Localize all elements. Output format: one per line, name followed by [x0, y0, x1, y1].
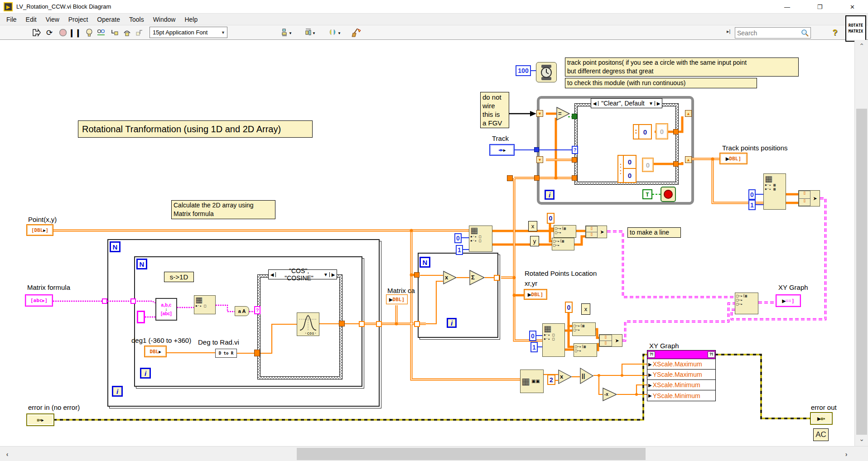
negate-node[interactable]: -x	[603, 388, 617, 401]
array-constant-2elem[interactable]: ▲▼▲▼ 0 0	[617, 155, 637, 183]
search-input[interactable]	[737, 29, 796, 37]
outer-loop-iteration-terminal[interactable]: i	[112, 386, 123, 397]
shift-register-left-icon[interactable]: ▼	[536, 110, 543, 117]
deg1-control[interactable]: DBL▸	[144, 346, 167, 357]
reorder-dropdown[interactable]: ▼	[324, 27, 346, 38]
comment-main-title[interactable]: Rotational Tranformation (using 1D and 2…	[78, 120, 313, 138]
trig-case-selector[interactable]: ◀ "COS", "COSINE" ▼ ▶	[268, 269, 337, 279]
property-row-xscale-min[interactable]: ▶XScale.Minimum	[647, 380, 715, 390]
vi-icon-rotate-matrix[interactable]: ROTATE MATRIX	[845, 15, 866, 42]
bundle-node[interactable]: [][] ➤	[798, 190, 820, 206]
menu-window[interactable]: Window	[149, 16, 180, 23]
comment-make-line[interactable]: to make a line	[627, 227, 681, 238]
error-in-terminal[interactable]: ▦▪▸	[26, 413, 54, 426]
bundle-node[interactable]: [][] ➤	[585, 226, 607, 238]
array-element-constant[interactable]: 0	[642, 158, 654, 172]
vertical-scroll-thumb[interactable]	[856, 109, 867, 435]
align-objects-dropdown[interactable]: ▼	[277, 27, 297, 38]
index-0-constant[interactable]: 0	[529, 331, 536, 341]
matrix-ca-indicator[interactable]: ▶DBL]	[386, 294, 408, 304]
build-array-node[interactable]: □⋯▸(▦□⋯▸	[572, 322, 596, 336]
matrix-loop-iteration-terminal[interactable]: i	[447, 318, 457, 328]
scroll-left-icon[interactable]: ‹	[3, 450, 12, 458]
rotated-points-indicator[interactable]: ▶DBL]	[524, 289, 547, 300]
zero-constant[interactable]: 0	[547, 213, 555, 224]
scroll-up-icon[interactable]: ⌃	[855, 42, 868, 50]
index-array-node[interactable]: ▦ ▪·▸ □	[194, 295, 216, 314]
distribute-objects-dropdown[interactable]: ▼	[301, 27, 321, 38]
to-upper-case-node[interactable]: a A	[235, 306, 249, 316]
case-dropdown-icon[interactable]: ▼	[322, 272, 329, 277]
equal-node[interactable]: =	[556, 107, 570, 120]
cleanup-diagram-icon[interactable]	[349, 27, 364, 38]
index-1-constant[interactable]: 1	[456, 245, 463, 255]
array-element-constant[interactable]: 0	[656, 123, 668, 139]
build-array-node[interactable]: □⋯▸(▦□⋯▸□⋯▸	[735, 293, 758, 314]
stop-button-terminal[interactable]	[661, 187, 676, 202]
index-array-node[interactable]: ▦ ▪·▸ □ ▪·▸ □	[542, 323, 565, 357]
matrix-formula-control[interactable]: [abc▸]	[25, 294, 53, 307]
index-array-node[interactable]: ▦ ▪·▸ □ ▪·▸ □	[469, 226, 492, 252]
shift-register-right-icon[interactable]: ▲	[685, 156, 692, 163]
xy-graph-terminal[interactable]: ▶∷∷]	[776, 294, 801, 307]
comment-check-module[interactable]: to check this module (with run continuou…	[565, 78, 757, 88]
spreadsheet-string-to-array-node[interactable]: a,b,c ↓ [abc]	[155, 298, 177, 321]
cosine-node[interactable]: ·cos·	[297, 312, 319, 336]
shift-register-left-icon[interactable]: ▼	[536, 156, 543, 163]
bundle-node[interactable]: [][] ➤	[599, 334, 622, 347]
menu-help[interactable]: Help	[180, 16, 202, 23]
zero-constant[interactable]: 0	[565, 302, 573, 313]
pause-button[interactable]: ❙❙	[69, 27, 81, 38]
outer-loop-count-terminal[interactable]: N	[110, 241, 121, 252]
index-0-constant[interactable]: 0	[454, 233, 462, 243]
index-0-constant[interactable]: 0	[748, 189, 756, 200]
absolute-value-node[interactable]: ||	[580, 368, 593, 384]
property-row-xscale-max[interactable]: ▶XScale.Maximum	[647, 359, 715, 370]
case-prev-icon[interactable]: ◀	[591, 101, 598, 106]
font-selector[interactable]: 15pt Application Font▼	[149, 27, 227, 38]
inner-loop-iteration-terminal[interactable]: i	[140, 368, 151, 379]
index-array-node[interactable]: ▦ ▪·▸ ▦ ▪·▸ ▦	[763, 173, 786, 210]
property-row-yscale-max[interactable]: ▶YScale.Maximum	[647, 370, 715, 380]
label-x-upper[interactable]: x	[528, 221, 537, 231]
step-into-icon[interactable]	[109, 27, 121, 38]
run-button[interactable]	[31, 27, 43, 38]
multiply-node[interactable]: x	[558, 370, 572, 384]
build-array-node[interactable]: □⋯▸(▦□⋯▸	[552, 238, 574, 250]
vertical-scrollbar[interactable]: ⌃ ⌄	[854, 40, 868, 446]
menu-edit[interactable]: Edit	[21, 16, 41, 23]
label-x-lower[interactable]: x	[581, 303, 590, 315]
help-icon[interactable]: ?	[829, 27, 841, 38]
scroll-right-icon[interactable]: ›	[842, 450, 851, 458]
multiply-node[interactable]: x	[443, 271, 457, 284]
case-dropdown-icon[interactable]: ▼	[647, 101, 655, 106]
track-points-indicator[interactable]: ▶DBL]	[719, 153, 747, 164]
run-continuous-button[interactable]: ⟳	[43, 27, 55, 38]
label-ac[interactable]: AC	[813, 428, 829, 441]
comment-track-points[interactable]: track point positons( if you see a circl…	[565, 58, 799, 77]
array-constant[interactable]: ▲▼ 0	[633, 124, 652, 139]
highlight-execution-icon[interactable]	[83, 27, 95, 38]
shift-register-right-icon[interactable]: ▲	[685, 110, 692, 117]
fgv-case-selector[interactable]: ◀ "Clear", Default ▼ ▶	[591, 98, 662, 108]
build-array-node[interactable]: □⋯▸(▦□⋯▸	[554, 225, 576, 238]
matrix-loop-count-terminal[interactable]: N	[420, 257, 430, 268]
point-xy-control[interactable]: [DBL▸]	[26, 224, 53, 236]
menu-view[interactable]: View	[41, 16, 64, 23]
while-loop-iteration-terminal[interactable]: i	[545, 190, 555, 200]
comment-calc-note[interactable]: Calculate the 2D array using Matrix form…	[171, 200, 275, 219]
comment-fgv-note[interactable]: do not wire this is a FGV	[480, 92, 509, 128]
scroll-down-icon[interactable]: ⌄	[855, 435, 868, 443]
search-box[interactable]	[735, 27, 811, 38]
string-constant-empty[interactable]	[137, 311, 145, 323]
comment-s-to-1d[interactable]: s->1D	[164, 272, 194, 282]
wait-ms-node[interactable]	[536, 62, 557, 82]
error-out-terminal[interactable]: ▶▦▪	[810, 412, 833, 425]
horizontal-scroll-thumb[interactable]	[297, 448, 646, 460]
property-row-yscale-min[interactable]: ▶YScale.Minimum	[647, 390, 715, 401]
minimize-button[interactable]: —	[776, 0, 798, 14]
step-over-icon[interactable]	[121, 27, 133, 38]
wait-ms-constant[interactable]: 100	[516, 65, 531, 76]
menu-project[interactable]: Project	[64, 16, 93, 23]
track-enum-control[interactable]: ◀▶▸	[489, 144, 515, 156]
